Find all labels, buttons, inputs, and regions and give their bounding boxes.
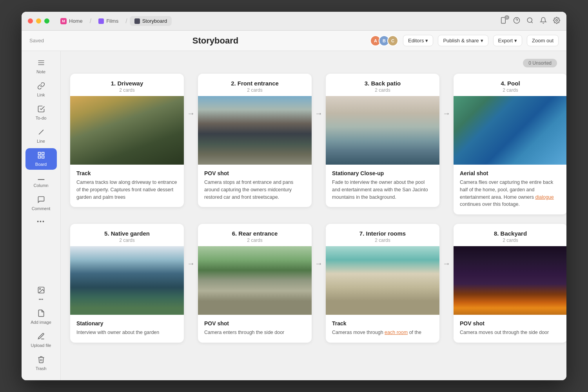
card-backyard-shot: POV shot [460,320,561,327]
maximize-button[interactable] [44,18,49,24]
publish-share-button[interactable]: Publish & share ▾ [438,35,488,46]
card-front-count: 2 cards [204,87,305,93]
sidebar-trash-label: Trash [36,366,47,371]
sidebar-item-comment[interactable]: Comment [25,192,57,214]
card-front-shot: POV shot [204,170,305,176]
card-rear-header: 6. Rear entrance 2 cards [198,224,312,246]
card-patio-desc: Fade to interview the owner about the po… [332,179,433,201]
export-button[interactable]: Export ▾ [493,35,523,46]
export-chevron-icon: ▾ [514,38,517,44]
titlebar: M Home / Films / Storyboard 0 [22,12,566,31]
card-rear-shot: POV shot [204,320,305,327]
bell-icon[interactable] [540,17,547,25]
card-garden-image [70,246,184,315]
card-pool-desc: Camera flies over capturing the entire b… [460,179,561,208]
card-backyard-header: 8. Backyard 2 cards [454,224,566,246]
sidebar-item-add-image[interactable]: ••• [25,283,57,305]
app-window: M Home / Films / Storyboard 0 [22,12,566,380]
card-backyard-desc: Camera moves out through the side door [460,329,561,336]
svg-line-10 [39,130,44,134]
sidebar-item-note[interactable]: Note [25,56,57,77]
card-interior-rooms[interactable]: 7. Interior rooms 2 cards Track Cameras … [326,224,439,343]
card-rear-body: POV shot Camera enters through the side … [198,315,312,343]
arrow-2-3: → [312,74,326,118]
svg-rect-11 [38,152,40,155]
sidebar-note-label: Note [36,69,45,74]
svg-rect-13 [38,156,40,158]
card-garden-desc: Interview with owner about the garden [76,329,178,336]
card-patio-image [326,96,439,165]
arrow-1-2: → [184,74,198,118]
card-patio-count: 2 cards [332,87,433,93]
card-backyard[interactable]: 8. Backyard 2 cards POV shot Camera move… [454,224,566,343]
svg-rect-14 [42,156,44,158]
sidebar-item-column[interactable]: Column [25,171,57,191]
settings-icon[interactable] [553,17,560,25]
sidebar-item-todo[interactable]: To-do [25,102,57,123]
sidebar-upload-label: Add image [31,320,51,325]
card-pool-image [454,96,566,165]
card-driveway[interactable]: 1. Driveway 2 cards Track Camera tracks … [70,74,184,207]
board-icon [37,151,45,160]
card-backyard-title: 8. Backyard [460,230,561,237]
card-backyard-image [454,246,566,315]
card-front-entrance[interactable]: 2. Front entrance 2 cards POV shot Camer… [198,74,312,207]
sidebar-item-upload-file[interactable]: Add image [25,306,57,328]
svg-point-17 [39,289,40,290]
card-driveway-body: Track Camera tracks low along driveway t… [70,165,184,207]
card-native-garden[interactable]: 5. Native garden 2 cards Stationary Inte… [70,224,184,343]
sidebar-item-trash[interactable]: Trash [25,352,57,374]
device-icon[interactable]: 0 [500,17,507,25]
storyboard-icon [134,18,140,24]
avatar-3: C [387,35,398,46]
card-pool[interactable]: 4. Pool 2 cards Aerial shot Camera flies… [454,74,566,214]
card-garden-title: 5. Native garden [76,230,178,237]
card-rear-desc: Camera enters through the side door [204,329,305,336]
card-interior-shot: Track [332,320,433,327]
nav-separator-1: / [90,18,91,25]
card-pool-count: 2 cards [460,87,561,93]
card-patio-shot: Stationary Close-up [332,170,433,176]
zoom-out-button[interactable]: Zoom out [527,35,559,46]
link-icon [37,82,45,91]
editors-button[interactable]: Editors ▾ [403,35,433,46]
traffic-lights [28,18,49,24]
card-rear-entrance[interactable]: 6. Rear entrance 2 cards POV shot Camera… [198,224,312,343]
card-interior-desc-after: of the [408,330,421,335]
card-interior-image [326,246,439,315]
card-patio-header: 3. Back patio 2 cards [326,74,439,96]
sidebar-item-more[interactable]: ••• [25,216,57,227]
help-icon[interactable] [513,17,520,25]
interior-room-link[interactable]: each room [385,330,408,335]
card-pool-shot: Aerial shot [460,170,561,176]
sidebar-item-board[interactable]: Board [25,148,57,170]
tab-storyboard[interactable]: Storyboard [130,16,172,26]
more-icon: ••• [37,219,45,224]
sidebar-item-draw[interactable]: Upload file [25,329,57,351]
close-button[interactable] [28,18,33,24]
content-area: 0 Unsorted 1. Driveway 2 cards Track Cam… [61,51,566,380]
films-icon [98,18,104,24]
card-interior-body: Track Cameras move through each room of … [326,315,439,343]
editors-label: Editors [408,38,424,44]
sidebar-item-line[interactable]: Line [25,125,57,147]
page-title: Storyboard [61,36,370,46]
zoom-label: Zoom out [532,38,554,44]
publish-chevron-icon: ▾ [481,38,483,44]
sidebar-column-label: Column [34,183,49,188]
card-driveway-title: 1. Driveway [76,80,178,87]
tab-films[interactable]: Films [94,16,123,26]
tab-home[interactable]: M Home [56,16,87,26]
svg-point-6 [556,19,558,21]
minimize-button[interactable] [36,18,41,24]
card-backyard-body: POV shot Camera moves out through the si… [454,315,566,343]
arrow-5-6: → [184,224,198,268]
card-front-header: 2. Front entrance 2 cards [198,74,312,96]
search-icon[interactable] [526,17,534,25]
card-interior-desc: Cameras move through each room of the [332,329,433,336]
tab-films-label: Films [106,18,118,24]
card-back-patio[interactable]: 3. Back patio 2 cards Stationary Close-u… [326,74,439,207]
sidebar-item-link[interactable]: Link [25,79,57,100]
arrow-7-8: → [439,224,454,268]
pool-dialogue-link[interactable]: dialogue [535,194,554,200]
